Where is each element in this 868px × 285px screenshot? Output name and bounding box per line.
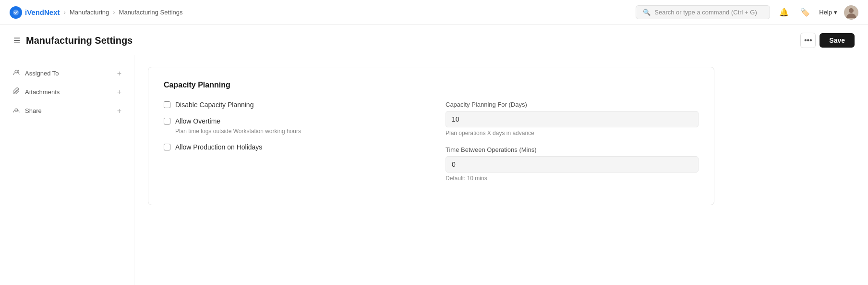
search-bar[interactable]: 🔍 Search or type a command (Ctrl + G) <box>636 5 770 19</box>
nav-left: iVendNext › Manufacturing › Manufacturin… <box>10 6 183 19</box>
help-button[interactable]: Help ▾ <box>819 9 837 16</box>
page-header: ☰ Manufacturing Settings ••• Save <box>0 25 868 55</box>
allow-overtime-checkbox[interactable] <box>164 118 170 124</box>
section-right: Capacity Planning For (Days) Plan operat… <box>446 101 699 191</box>
assigned-to-add-icon[interactable]: + <box>117 69 121 78</box>
sidebar-item-attachments[interactable]: Attachments + <box>10 84 124 100</box>
more-options-button[interactable]: ••• <box>800 33 816 48</box>
hamburger-icon[interactable]: ☰ <box>13 36 20 45</box>
sidebar-item-attachments-label: Attachments <box>25 88 60 96</box>
disable-cp-row: Disable Capacity Planning <box>164 101 417 109</box>
attachments-icon <box>12 87 20 97</box>
allow-overtime-label: Allow Overtime <box>175 117 220 125</box>
top-navigation: iVendNext › Manufacturing › Manufacturin… <box>0 0 868 25</box>
capacity-planning-card: Capacity Planning Disable Capacity Plann… <box>148 67 714 205</box>
allow-holidays-row: Allow Production on Holidays <box>164 143 417 151</box>
main-layout: Assigned To + Attachments + <box>0 55 868 285</box>
disable-cp-checkbox[interactable] <box>164 101 170 108</box>
assigned-to-icon <box>12 69 20 78</box>
cp-days-hint: Plan operations X days in advance <box>446 130 699 136</box>
sidebar-item-assigned-to-label: Assigned To <box>25 70 59 77</box>
time-between-ops-field-group: Time Between Operations (Mins) Default: … <box>446 146 699 182</box>
allow-holidays-label: Allow Production on Holidays <box>175 143 262 151</box>
time-between-ops-input[interactable] <box>446 156 699 173</box>
disable-cp-label: Disable Capacity Planning <box>175 101 253 109</box>
share-add-icon[interactable]: + <box>117 107 121 115</box>
breadcrumb-manufacturing[interactable]: Manufacturing <box>70 9 109 16</box>
logo-text: iVendNext <box>25 8 60 16</box>
sidebar-item-assigned-to-left: Assigned To <box>12 69 59 78</box>
section-body: Disable Capacity Planning Allow Overtime… <box>164 101 699 191</box>
logo-icon <box>10 6 22 19</box>
sidebar: Assigned To + Attachments + <box>0 55 134 285</box>
svg-point-1 <box>849 8 854 13</box>
sidebar-item-share-label: Share <box>25 107 42 114</box>
app-logo[interactable]: iVendNext <box>10 6 60 19</box>
save-button[interactable]: Save <box>820 33 855 48</box>
breadcrumb-sep-2: › <box>113 9 115 16</box>
cp-days-label: Capacity Planning For (Days) <box>446 101 699 108</box>
header-actions: ••• Save <box>800 33 855 48</box>
capacity-planning-title: Capacity Planning <box>164 81 699 89</box>
search-placeholder: Search or type a command (Ctrl + G) <box>654 9 757 16</box>
cp-days-input[interactable] <box>446 111 699 127</box>
page-title-area: ☰ Manufacturing Settings <box>13 35 133 46</box>
sidebar-item-attachments-left: Attachments <box>12 87 60 97</box>
share-icon <box>12 106 20 115</box>
breadcrumb-sep-1: › <box>64 9 66 16</box>
avatar[interactable] <box>844 5 858 20</box>
time-between-ops-hint: Default: 10 mins <box>446 175 699 182</box>
page-title: Manufacturing Settings <box>26 35 133 46</box>
sidebar-item-share-left: Share <box>12 106 42 115</box>
breadcrumb-settings[interactable]: Manufacturing Settings <box>119 9 183 16</box>
sidebar-item-share[interactable]: Share + <box>10 102 124 119</box>
allow-overtime-row: Allow Overtime <box>164 117 417 125</box>
allow-holidays-checkbox[interactable] <box>164 144 170 150</box>
time-between-ops-label: Time Between Operations (Mins) <box>446 146 699 153</box>
search-icon: 🔍 <box>643 9 651 16</box>
main-content: Capacity Planning Disable Capacity Plann… <box>134 55 868 285</box>
tag-button[interactable]: 🏷️ <box>798 5 812 20</box>
cp-days-field-group: Capacity Planning For (Days) Plan operat… <box>446 101 699 136</box>
overtime-hint: Plan time logs outside Workstation worki… <box>175 128 417 135</box>
attachments-add-icon[interactable]: + <box>117 88 121 97</box>
nav-right: 🔍 Search or type a command (Ctrl + G) 🔔 … <box>636 5 858 20</box>
sidebar-item-assigned-to[interactable]: Assigned To + <box>10 65 124 82</box>
section-left: Disable Capacity Planning Allow Overtime… <box>164 101 417 191</box>
notification-bell-button[interactable]: 🔔 <box>777 5 791 20</box>
